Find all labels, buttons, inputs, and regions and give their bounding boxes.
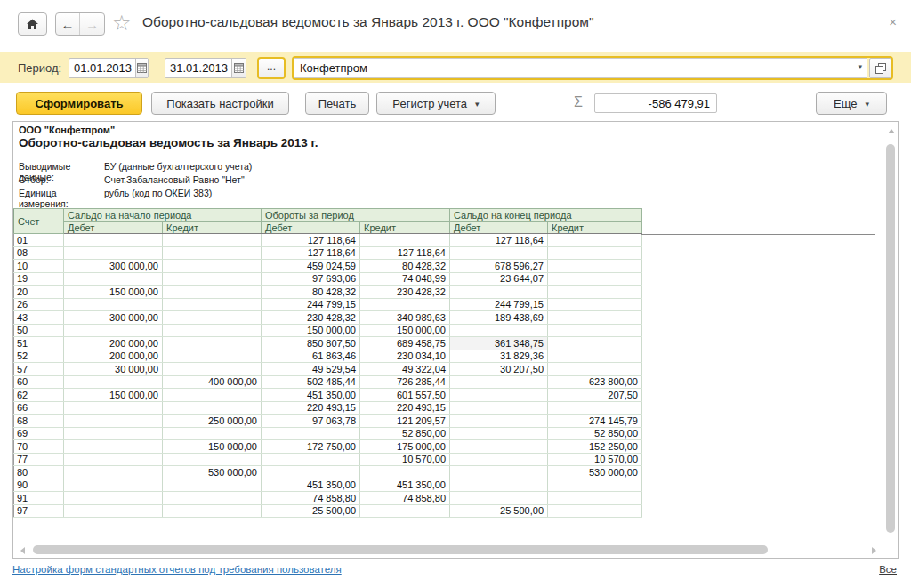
amount-cell[interactable]	[64, 440, 163, 454]
amount-cell[interactable]: 23 644,07	[450, 272, 548, 286]
amount-cell[interactable]: 244 799,15	[262, 298, 360, 311]
amount-cell[interactable]	[548, 401, 642, 415]
amount-cell[interactable]: 74 858,80	[360, 492, 450, 505]
scroll-left-icon[interactable]	[20, 547, 25, 554]
amount-cell[interactable]	[163, 389, 262, 402]
amount-cell[interactable]: 459 024,59	[262, 260, 360, 273]
amount-cell[interactable]: 220 493,15	[262, 401, 360, 415]
amount-cell[interactable]	[163, 234, 262, 247]
account-cell[interactable]: 08	[14, 246, 64, 260]
date-to-input[interactable]: 31.01.2013	[165, 59, 231, 77]
amount-cell[interactable]	[163, 311, 262, 325]
amount-cell[interactable]: 150 000,00	[360, 324, 450, 337]
amount-cell[interactable]: 726 285,44	[360, 375, 450, 389]
amount-cell[interactable]	[548, 337, 642, 350]
show-settings-button[interactable]: Показать настройки	[151, 92, 289, 115]
amount-cell[interactable]	[548, 298, 642, 311]
amount-cell[interactable]	[163, 246, 262, 260]
amount-cell[interactable]	[163, 453, 262, 466]
amount-cell[interactable]	[450, 427, 548, 440]
amount-cell[interactable]	[450, 440, 548, 454]
account-cell[interactable]: 68	[14, 415, 64, 428]
amount-cell[interactable]: 127 118,64	[262, 234, 360, 247]
vertical-scrollbar-thumb[interactable]	[886, 144, 895, 533]
amount-cell[interactable]: 502 485,44	[262, 375, 360, 389]
horizontal-scrollbar-thumb[interactable]	[33, 545, 768, 554]
amount-cell[interactable]	[163, 427, 262, 440]
amount-cell[interactable]	[64, 298, 163, 311]
account-cell[interactable]: 50	[14, 324, 64, 337]
amount-cell[interactable]: 52 850,00	[360, 427, 450, 440]
amount-cell[interactable]	[163, 479, 262, 492]
account-cell[interactable]: 97	[14, 504, 64, 518]
amount-cell[interactable]: 150 000,00	[262, 324, 360, 337]
account-cell[interactable]: 69	[14, 427, 64, 440]
amount-cell[interactable]	[64, 415, 163, 428]
period-options-button[interactable]: ...	[257, 57, 286, 79]
amount-cell[interactable]	[450, 453, 548, 466]
home-button[interactable]	[18, 12, 47, 36]
account-cell[interactable]: 80	[14, 466, 64, 479]
amount-cell[interactable]	[262, 427, 360, 440]
chevron-down-icon[interactable]: ▾	[858, 62, 862, 71]
account-cell[interactable]: 52	[14, 350, 64, 363]
amount-cell[interactable]: 300 000,00	[64, 260, 163, 273]
amount-cell[interactable]	[548, 504, 642, 518]
amount-cell[interactable]: 74 048,99	[360, 272, 450, 286]
amount-cell[interactable]: 451 350,00	[262, 479, 360, 492]
amount-cell[interactable]: 300 000,00	[64, 311, 163, 325]
amount-cell[interactable]: 230 428,32	[360, 286, 450, 299]
amount-cell[interactable]	[163, 298, 262, 311]
amount-cell[interactable]	[262, 466, 360, 479]
amount-cell[interactable]	[450, 466, 548, 479]
amount-cell[interactable]: 623 800,00	[548, 375, 642, 389]
account-cell[interactable]: 90	[14, 479, 64, 492]
amount-cell[interactable]	[64, 246, 163, 260]
organization-open-button[interactable]	[869, 58, 891, 78]
amount-cell[interactable]: 25 500,00	[262, 504, 360, 518]
amount-cell[interactable]	[262, 453, 360, 466]
amount-cell[interactable]: 244 799,15	[450, 298, 548, 311]
amount-cell[interactable]	[450, 286, 548, 299]
amount-cell[interactable]	[450, 389, 548, 402]
amount-cell[interactable]: 189 438,69	[450, 311, 548, 325]
account-cell[interactable]: 26	[14, 298, 64, 311]
amount-cell[interactable]	[450, 492, 548, 505]
amount-cell[interactable]: 175 000,00	[360, 440, 450, 454]
forward-button[interactable]: →	[80, 13, 104, 35]
amount-cell[interactable]: 150 000,00	[64, 389, 163, 402]
amount-cell[interactable]: 25 500,00	[450, 504, 548, 518]
amount-cell[interactable]	[450, 415, 548, 428]
amount-cell[interactable]: 152 250,00	[548, 440, 642, 454]
amount-cell[interactable]: 150 000,00	[64, 286, 163, 299]
amount-cell[interactable]: 172 750,00	[262, 440, 360, 454]
amount-cell[interactable]	[64, 492, 163, 505]
scroll-up-icon[interactable]	[888, 129, 895, 133]
amount-cell[interactable]: 530 000,00	[163, 466, 262, 479]
amount-cell[interactable]: 230 034,10	[360, 350, 450, 363]
horizontal-scrollbar[interactable]	[17, 544, 882, 555]
account-cell[interactable]: 66	[14, 401, 64, 415]
amount-cell[interactable]	[64, 427, 163, 440]
account-cell[interactable]: 62	[14, 389, 64, 402]
amount-cell[interactable]	[64, 453, 163, 466]
amount-cell[interactable]	[64, 272, 163, 286]
amount-cell[interactable]: 97 693,06	[262, 272, 360, 286]
amount-cell[interactable]: 250 000,00	[163, 415, 262, 428]
amount-cell[interactable]: 400 000,00	[163, 375, 262, 389]
amount-cell[interactable]: 689 458,75	[360, 337, 450, 350]
amount-cell[interactable]	[64, 375, 163, 389]
amount-cell[interactable]: 127 118,64	[360, 246, 450, 260]
amount-cell[interactable]	[548, 246, 642, 260]
account-cell[interactable]: 57	[14, 363, 64, 376]
close-icon[interactable]: ×	[889, 14, 897, 29]
account-cell[interactable]: 01	[14, 234, 64, 247]
amount-cell[interactable]	[163, 350, 262, 363]
amount-cell[interactable]: 530 000,00	[548, 466, 642, 479]
amount-cell[interactable]	[548, 324, 642, 337]
amount-cell[interactable]: 61 863,46	[262, 350, 360, 363]
amount-cell[interactable]: 207,50	[548, 389, 642, 402]
generate-button[interactable]: Сформировать	[16, 92, 142, 115]
amount-cell[interactable]: 127 118,64	[262, 246, 360, 260]
account-cell[interactable]: 43	[14, 311, 64, 325]
